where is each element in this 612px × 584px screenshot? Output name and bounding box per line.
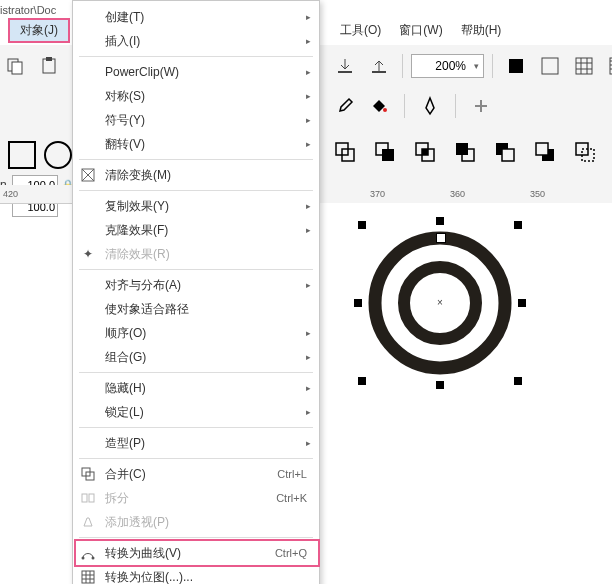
tool-paste[interactable] <box>34 51 64 81</box>
menu-align[interactable]: 对齐与分布(A)▸ <box>73 273 319 297</box>
sel-node-top[interactable] <box>436 233 446 243</box>
sel-handle-tr[interactable] <box>514 221 522 229</box>
shaping-back-minus[interactable] <box>530 137 560 167</box>
rect-tool[interactable] <box>8 141 36 169</box>
tool-copy[interactable] <box>0 51 30 81</box>
sel-handle-br[interactable] <box>514 377 522 385</box>
shape-tools <box>8 141 72 169</box>
svg-rect-19 <box>382 149 394 161</box>
tool-eyedropper[interactable] <box>330 91 360 121</box>
menu-powerclip[interactable]: PowerClip(W)▸ <box>73 60 319 84</box>
selection-center-icon: × <box>437 297 443 308</box>
menu-create[interactable]: 创建(T)▸ <box>73 5 319 29</box>
menu-symbol[interactable]: 符号(Y)▸ <box>73 108 319 132</box>
shaping-front-minus[interactable] <box>490 137 520 167</box>
svg-rect-22 <box>422 149 428 155</box>
zoom-input[interactable]: ▾ <box>411 54 484 78</box>
menu-insert[interactable]: 插入(I)▸ <box>73 29 319 53</box>
svg-rect-2 <box>43 59 55 73</box>
menu-merge[interactable]: 合并(C)Ctrl+L <box>73 462 319 486</box>
sel-handle-l[interactable] <box>354 299 362 307</box>
menu-tools[interactable]: 工具(O) <box>340 22 381 39</box>
shaping-trim[interactable] <box>370 137 400 167</box>
split-icon <box>79 489 97 507</box>
menu-object-trigger[interactable]: 对象(J) <box>8 18 70 43</box>
sel-handle-b[interactable] <box>436 381 444 389</box>
menu-to-curve[interactable]: 转换为曲线(V)Ctrl+Q <box>73 541 319 565</box>
tool-fill[interactable] <box>501 51 531 81</box>
tool-import[interactable] <box>330 51 360 81</box>
menu-symmetry[interactable]: 对称(S)▸ <box>73 84 319 108</box>
sel-handle-r[interactable] <box>518 299 526 307</box>
tool-export[interactable] <box>364 51 394 81</box>
menubar-right: 工具(O) 窗口(W) 帮助(H) <box>340 22 501 39</box>
menu-hide[interactable]: 隐藏(H)▸ <box>73 376 319 400</box>
svg-rect-6 <box>509 59 523 73</box>
tool-add[interactable] <box>466 91 496 121</box>
tool-view-grid[interactable] <box>535 51 565 81</box>
svg-rect-26 <box>536 143 548 155</box>
shaping-intersect[interactable] <box>410 137 440 167</box>
clear-transform-icon <box>79 166 97 184</box>
sparkle-icon: ✦ <box>79 245 97 263</box>
to-bitmap-icon <box>79 568 97 584</box>
merge-icon <box>79 465 97 483</box>
menu-window[interactable]: 窗口(W) <box>399 22 442 39</box>
menu-flip[interactable]: 翻转(V)▸ <box>73 132 319 156</box>
shaping-simplify[interactable] <box>450 137 480 167</box>
menu-order[interactable]: 顺序(O)▸ <box>73 321 319 345</box>
object-menu-dropdown: 创建(T)▸ 插入(I)▸ PowerClip(W)▸ 对称(S)▸ 符号(Y)… <box>72 0 320 584</box>
menu-split: 拆分Ctrl+K <box>73 486 319 510</box>
tool-grid-b[interactable] <box>603 51 612 81</box>
sel-handle-tl[interactable] <box>358 221 366 229</box>
shaping-weld[interactable] <box>330 137 360 167</box>
sel-handle-bl[interactable] <box>358 377 366 385</box>
menu-shaping[interactable]: 造型(P)▸ <box>73 431 319 455</box>
svg-rect-36 <box>82 571 94 583</box>
svg-rect-32 <box>82 494 87 502</box>
menu-clear-transform[interactable]: 清除变换(M) <box>73 163 319 187</box>
svg-rect-1 <box>12 62 22 74</box>
menu-group[interactable]: 组合(G)▸ <box>73 345 319 369</box>
canvas[interactable]: × <box>320 203 612 583</box>
svg-rect-8 <box>576 58 592 74</box>
tool-pen[interactable] <box>415 91 445 121</box>
svg-point-15 <box>383 108 387 112</box>
svg-rect-3 <box>46 57 52 61</box>
to-curve-icon <box>79 544 97 562</box>
menu-help[interactable]: 帮助(H) <box>461 22 502 39</box>
svg-rect-25 <box>502 149 514 161</box>
ellipse-tool[interactable] <box>44 141 72 169</box>
menu-to-bitmap[interactable]: 转换为位图(...)... <box>73 565 319 584</box>
svg-rect-5 <box>372 71 386 73</box>
menu-clear-effect: ✦清除效果(R) <box>73 242 319 266</box>
svg-rect-33 <box>89 494 94 502</box>
menu-lock[interactable]: 锁定(L)▸ <box>73 400 319 424</box>
svg-rect-7 <box>542 58 558 74</box>
svg-point-34 <box>82 557 85 560</box>
svg-rect-4 <box>338 71 352 73</box>
tool-grid-a[interactable] <box>569 51 599 81</box>
sel-handle-t[interactable] <box>436 217 444 225</box>
title-bar-path: istrator\Doc <box>0 4 56 16</box>
menu-fit-path[interactable]: 使对象适合路径 <box>73 297 319 321</box>
shaping-boundary[interactable] <box>570 137 600 167</box>
tool-bucket[interactable] <box>364 91 394 121</box>
menu-clone-effect[interactable]: 克隆效果(F)▸ <box>73 218 319 242</box>
menu-add-perspective: 添加透视(P) <box>73 510 319 534</box>
perspective-icon <box>79 513 97 531</box>
svg-point-35 <box>92 557 95 560</box>
menu-copy-effect[interactable]: 复制效果(Y)▸ <box>73 194 319 218</box>
